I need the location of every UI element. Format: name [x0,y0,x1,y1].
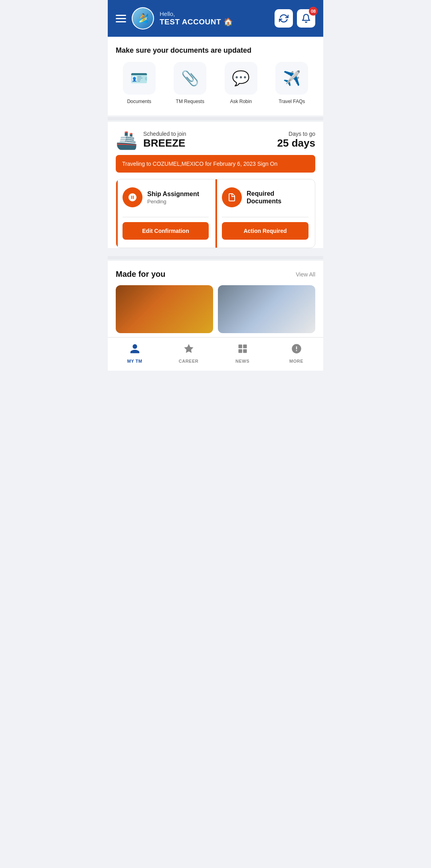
card-divider-left [123,217,209,217]
required-documents-card: Required Documents Action Required [216,179,315,248]
nav-item-news[interactable]: NEWS [216,342,269,365]
required-docs-icon [222,187,242,207]
ship-logo-icon: 🚢 [116,131,138,149]
greeting-hello: Hello, [160,10,233,17]
nav-label-career: CAREER [179,359,198,363]
nav-item-my-tm[interactable]: MY TM [108,342,162,365]
hamburger-menu[interactable] [116,15,126,22]
ship-left: 🚢 Scheduled to join BREEZE [116,131,186,149]
nav-item-more[interactable]: MORE [269,342,323,365]
avatar: 🏄 [132,7,154,30]
ship-assignment-subtitle: Pending [147,199,199,205]
svg-rect-1 [243,345,247,348]
nav-item-career[interactable]: CAREER [162,342,216,365]
days-count: 25 days [277,137,315,149]
nav-label-my-tm: MY TM [127,359,142,363]
greeting-name: TEST ACCOUNT 🏠 [160,17,233,26]
my-tm-icon [129,343,140,357]
bottom-navigation: MY TM CAREER NEWS MORE [108,337,323,371]
edit-confirmation-button[interactable]: Edit Confirmation [123,222,209,240]
made-card-1[interactable] [116,285,213,333]
doc-item-documents[interactable]: 🪪 Documents [116,62,163,104]
made-for-you-section: Made for you View All [108,261,323,337]
days-info: Days to go 25 days [277,131,315,149]
ship-assignment-text: Ship Assignment Pending [147,190,199,205]
header-left: 🏄 Hello, TEST ACCOUNT 🏠 [116,7,233,30]
header-right: 08 [275,9,315,28]
news-icon [237,343,248,357]
notification-badge: 08 [309,7,318,16]
svg-rect-0 [238,345,242,348]
days-label: Days to go [277,131,315,137]
ship-section: 🚢 Scheduled to join BREEZE Days to go 25… [108,122,323,248]
tm-requests-label: TM Requests [176,99,204,104]
documents-grid: 🪪 Documents 📎 TM Requests 💬 Ask Robin ✈️… [116,62,315,104]
travel-faqs-label: Travel FAQs [279,99,305,104]
notification-button[interactable]: 08 [297,9,315,28]
documents-icon: 🪪 [123,62,156,95]
required-docs-text: Required Documents [247,190,308,205]
tm-requests-icon: 📎 [174,62,206,95]
ship-assignment-icon [123,187,142,207]
ship-info: Scheduled to join BREEZE [143,131,186,149]
refresh-icon [279,14,289,23]
refresh-button[interactable] [275,9,293,28]
app-header: 🏄 Hello, TEST ACCOUNT 🏠 08 [108,0,323,37]
bell-icon [301,14,311,23]
ship-assignment-icon-row: Ship Assignment Pending [123,187,209,207]
doc-item-travel-faqs[interactable]: ✈️ Travel FAQs [269,62,316,104]
ship-name: BREEZE [143,137,186,149]
card-divider-right [222,217,308,217]
documents-label: Documents [127,99,151,104]
ship-header: 🚢 Scheduled to join BREEZE Days to go 25… [116,131,315,149]
travel-faqs-icon: ✈️ [275,62,308,95]
nav-label-news: NEWS [235,359,249,363]
made-card-2[interactable] [218,285,315,333]
section-divider-1 [108,117,323,120]
avatar-image: 🏄 [132,8,153,29]
assignment-cards: Ship Assignment Pending Edit Confirmatio… [116,179,315,248]
made-for-you-grid [116,285,315,333]
ask-robin-icon: 💬 [225,62,257,95]
ask-robin-label: Ask Robin [230,99,252,104]
more-icon [291,343,302,357]
action-required-button[interactable]: Action Required [222,222,308,240]
section-divider-2 [108,256,323,259]
travel-banner: Traveling to COZUMEL,MEXICO for February… [116,155,315,173]
doc-item-ask-robin[interactable]: 💬 Ask Robin [217,62,265,104]
documents-title: Make sure your documents are updated [116,46,315,55]
ship-assignment-card: Ship Assignment Pending Edit Confirmatio… [116,179,216,248]
documents-section: Make sure your documents are updated 🪪 D… [108,37,323,115]
ship-assignment-title: Ship Assignment [147,190,199,198]
required-docs-title: Required Documents [247,190,308,205]
scheduled-label: Scheduled to join [143,131,186,137]
made-for-you-header: Made for you View All [116,270,315,279]
view-all-link[interactable]: View All [296,271,315,278]
svg-rect-3 [243,349,247,353]
required-docs-icon-row: Required Documents [222,187,308,207]
made-for-you-title: Made for you [116,270,165,279]
doc-item-tm-requests[interactable]: 📎 TM Requests [167,62,214,104]
svg-rect-2 [238,349,242,353]
greeting: Hello, TEST ACCOUNT 🏠 [160,10,233,26]
career-icon [183,343,194,357]
nav-label-more: MORE [289,359,303,363]
